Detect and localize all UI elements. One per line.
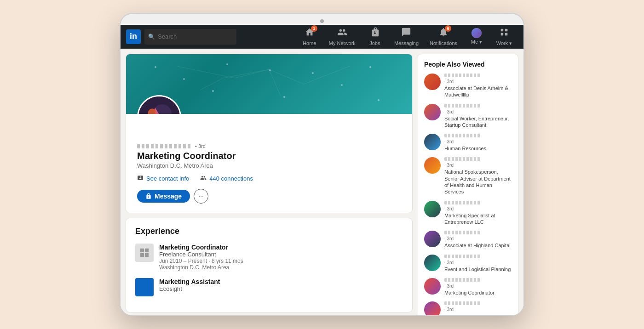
nav-item-jobs[interactable]: Jobs xyxy=(361,25,389,49)
profile-banner xyxy=(126,54,412,114)
pav-item-3[interactable]: · 3rd National Spokesperson, Senior Advi… xyxy=(424,157,512,195)
pav-desc-7: Marketing Coordinator xyxy=(444,289,512,296)
pav-avatar-5 xyxy=(424,231,441,247)
svg-line-5 xyxy=(235,69,269,78)
svg-rect-2 xyxy=(501,33,504,35)
profile-location: Washington D.C. Metro Area xyxy=(137,162,401,169)
pav-info-2: · 3rd Human Resources xyxy=(444,134,512,152)
contact-info-row: See contact info 440 connections xyxy=(137,175,401,182)
exp-details-1: Marketing Coordinator Freelance Consulta… xyxy=(159,244,403,271)
profile-name-row: • 3rd xyxy=(137,143,401,149)
more-btn-label: ··· xyxy=(198,193,204,200)
profile-info: • 3rd Marketing Coordinator Washington D… xyxy=(126,114,412,213)
svg-rect-1 xyxy=(505,28,508,31)
nav-item-messaging[interactable]: Messaging xyxy=(389,25,424,49)
svg-rect-18 xyxy=(140,253,144,257)
pav-item-5[interactable]: · 3rd Associate at Highland Capital xyxy=(424,231,512,249)
my-network-label: My Network xyxy=(329,40,356,46)
pav-item-6[interactable]: · 3rd Event and Logistical Planning xyxy=(424,255,512,272)
nav-item-my-network[interactable]: My Network xyxy=(323,25,361,49)
pav-desc-6: Event and Logistical Planning xyxy=(444,266,512,272)
nav-item-notifications[interactable]: 6 Notifications xyxy=(424,25,463,49)
profile-area: • 3rd Marketing Coordinator Washington D… xyxy=(121,49,418,315)
experience-title: Experience xyxy=(135,227,403,236)
message-button[interactable]: Message xyxy=(137,190,190,203)
pav-desc-1: Social Worker, Entrepreneur, Startup Con… xyxy=(444,115,512,129)
nav-items: 1 Home My Network Jobs xyxy=(296,25,518,49)
navbar: in 🔍 1 Home xyxy=(121,25,523,49)
see-contact-info[interactable]: See contact info xyxy=(137,175,189,182)
pav-degree-7: · 3rd xyxy=(444,284,512,289)
browser-content: in 🔍 1 Home xyxy=(121,25,523,315)
home-label: Home xyxy=(303,40,316,46)
pav-avatar-3 xyxy=(424,157,441,174)
pav-name-8 xyxy=(444,301,481,305)
pav-name-2 xyxy=(444,134,481,137)
profile-degree: • 3rd xyxy=(195,143,206,149)
pav-item-7[interactable]: · 3rd Marketing Coordinator xyxy=(424,278,512,296)
home-icon: 1 xyxy=(305,27,315,40)
pav-desc-5: Associate at Highland Capital xyxy=(444,242,512,249)
exp-title-2: Marketing Assistant xyxy=(159,278,403,285)
tablet-camera xyxy=(320,19,324,23)
search-input[interactable] xyxy=(158,33,233,40)
pav-degree-1: · 3rd xyxy=(444,109,512,114)
pav-name-1 xyxy=(444,104,481,108)
more-button[interactable]: ··· xyxy=(194,189,208,204)
notifications-badge: 6 xyxy=(445,25,451,32)
nav-item-me[interactable]: Me ▾ xyxy=(463,25,490,49)
profile-card: • 3rd Marketing Coordinator Washington D… xyxy=(126,54,412,213)
exp-title-1: Marketing Coordinator xyxy=(159,244,403,251)
pav-item-8[interactable]: · 3rd xyxy=(424,301,512,315)
pav-item-1[interactable]: · 3rd Social Worker, Entrepreneur, Start… xyxy=(424,104,512,129)
exp-dates-1: Jun 2010 – Present · 8 yrs 11 mos xyxy=(159,258,403,264)
work-label: Work ▾ xyxy=(496,40,512,46)
jobs-icon xyxy=(370,27,380,40)
messaging-icon xyxy=(401,27,411,40)
pav-avatar-6 xyxy=(424,255,441,271)
pav-info-1: · 3rd Social Worker, Entrepreneur, Start… xyxy=(444,104,512,129)
exp-item-2: Marketing Assistant Ecosight xyxy=(135,278,403,296)
search-bar[interactable]: 🔍 xyxy=(144,29,236,45)
pav-item-4[interactable]: · 3rd Marketing Specialist at Entreprene… xyxy=(424,201,512,226)
pav-info-3: · 3rd National Spokesperson, Senior Advi… xyxy=(444,157,512,195)
exp-logo-2 xyxy=(135,278,154,296)
svg-line-6 xyxy=(269,69,304,84)
pav-name-7 xyxy=(444,278,481,282)
my-network-icon xyxy=(337,27,347,40)
message-btn-label: Message xyxy=(155,193,182,200)
pav-avatar-7 xyxy=(424,278,441,295)
connections-link[interactable]: 440 connections xyxy=(200,175,253,182)
pav-title: People Also Viewed xyxy=(424,61,512,68)
pav-item-2[interactable]: · 3rd Human Resources xyxy=(424,134,512,152)
pav-name-6 xyxy=(444,255,481,258)
pav-item-0[interactable]: · 3rd Associate at Denis Arheim & Madwel… xyxy=(424,74,512,98)
connections-label: 440 connections xyxy=(209,175,253,182)
pav-avatar-1 xyxy=(424,104,441,120)
pav-info-8: · 3rd xyxy=(444,301,512,313)
pav-degree-2: · 3rd xyxy=(444,139,512,144)
messaging-label: Messaging xyxy=(394,40,419,46)
profile-avatar-wrap xyxy=(137,95,181,114)
nav-item-home[interactable]: 1 Home xyxy=(296,25,323,49)
exp-location-1: Washington D.C. Metro Area xyxy=(159,264,403,271)
nav-item-work[interactable]: Work ▾ xyxy=(490,25,518,49)
exp-company-1: Freelance Consultant xyxy=(159,251,403,258)
pav-desc-0: Associate at Denis Arheim & Madwelllllp xyxy=(444,85,512,98)
pav-info-5: · 3rd Associate at Highland Capital xyxy=(444,231,512,249)
notifications-icon: 6 xyxy=(438,27,448,40)
search-icon: 🔍 xyxy=(148,34,155,40)
exp-logo-1 xyxy=(135,244,154,262)
svg-line-4 xyxy=(177,66,235,78)
pav-degree-4: · 3rd xyxy=(444,206,512,211)
svg-rect-0 xyxy=(501,28,504,31)
pav-degree-5: · 3rd xyxy=(444,236,512,241)
main-content: • 3rd Marketing Coordinator Washington D… xyxy=(121,49,523,315)
linkedin-logo[interactable]: in xyxy=(126,29,141,44)
people-also-viewed-card: People Also Viewed · 3rd Associate at De… xyxy=(418,54,518,315)
connections-icon xyxy=(200,175,207,182)
home-badge: 1 xyxy=(311,25,317,32)
tablet-frame: in 🔍 1 Home xyxy=(120,13,524,316)
pav-info-7: · 3rd Marketing Coordinator xyxy=(444,278,512,296)
pav-name-5 xyxy=(444,231,481,234)
